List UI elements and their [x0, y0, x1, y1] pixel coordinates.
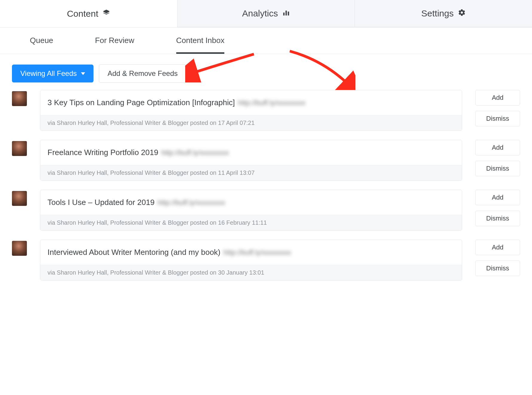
svg-rect-0: [283, 13, 284, 16]
tab-analytics-label: Analytics: [242, 8, 278, 19]
card-meta: via Sharon Hurley Hall, Professional Wri…: [40, 165, 462, 180]
avatar: [12, 141, 27, 156]
add-button[interactable]: Add: [475, 240, 520, 255]
bar-chart-icon: [282, 8, 290, 19]
card-link-blurred: http://buff.ly/xxxxxxxx: [238, 99, 305, 107]
card-link-blurred: http://buff.ly/xxxxxxxx: [223, 248, 291, 257]
tab-settings-label: Settings: [421, 8, 453, 19]
dismiss-button[interactable]: Dismiss: [475, 211, 520, 226]
dismiss-button[interactable]: Dismiss: [475, 261, 520, 276]
card-actions: Add Dismiss: [475, 140, 520, 176]
avatar: [12, 191, 27, 206]
tab-settings[interactable]: Settings: [355, 0, 532, 27]
feed-item: 3 Key Tips on Landing Page Optimization …: [12, 90, 520, 131]
add-button[interactable]: Add: [475, 140, 520, 155]
subtab-queue[interactable]: Queue: [30, 36, 53, 54]
card-meta: via Sharon Hurley Hall, Professional Wri…: [40, 215, 462, 230]
feed-item: Tools I Use – Updated for 2019 http://bu…: [12, 190, 520, 231]
viewing-all-feeds-button[interactable]: Viewing All Feeds: [12, 65, 93, 82]
feed-item: Interviewed About Writer Mentoring (and …: [12, 240, 520, 281]
dismiss-button[interactable]: Dismiss: [475, 111, 520, 126]
sub-nav: Queue For Review Content Inbox: [0, 27, 532, 54]
add-remove-feeds-button[interactable]: Add & Remove Feeds: [99, 64, 186, 83]
tab-analytics[interactable]: Analytics: [177, 0, 355, 27]
card-actions: Add Dismiss: [475, 90, 520, 126]
feed-item: Freelance Writing Portfolio 2019 http://…: [12, 140, 520, 181]
card-meta: via Sharon Hurley Hall, Professional Wri…: [40, 115, 462, 131]
card-meta: via Sharon Hurley Hall, Professional Wri…: [40, 265, 462, 280]
avatar: [12, 91, 27, 106]
card-title: Tools I Use – Updated for 2019: [47, 198, 154, 207]
top-nav: Content Analytics Settings: [0, 0, 532, 27]
card-link-blurred: http://buff.ly/xxxxxxxx: [157, 198, 225, 207]
controls-row: Viewing All Feeds Add & Remove Feeds: [0, 54, 532, 87]
feed-list: 3 Key Tips on Landing Page Optimization …: [0, 87, 532, 293]
card-title: Freelance Writing Portfolio 2019: [47, 148, 158, 157]
avatar: [12, 241, 27, 256]
content-card[interactable]: Interviewed About Writer Mentoring (and …: [40, 240, 462, 281]
gear-icon: [458, 8, 466, 19]
content-card[interactable]: 3 Key Tips on Landing Page Optimization …: [40, 90, 462, 131]
card-actions: Add Dismiss: [475, 190, 520, 226]
tab-content[interactable]: Content: [0, 0, 177, 27]
svg-rect-1: [285, 11, 286, 16]
annotation-arrow-right: [287, 48, 355, 90]
subtab-for-review[interactable]: For Review: [95, 36, 134, 54]
svg-rect-2: [288, 12, 289, 16]
dismiss-button[interactable]: Dismiss: [475, 161, 520, 176]
subtab-content-inbox[interactable]: Content Inbox: [176, 36, 225, 54]
content-card[interactable]: Tools I Use – Updated for 2019 http://bu…: [40, 190, 462, 231]
add-button[interactable]: Add: [475, 90, 520, 105]
card-actions: Add Dismiss: [475, 240, 520, 276]
card-title: 3 Key Tips on Landing Page Optimization …: [47, 98, 235, 107]
layers-icon: [102, 9, 110, 19]
add-button[interactable]: Add: [475, 190, 520, 205]
tab-content-label: Content: [67, 9, 98, 19]
annotation-arrow-left: [185, 50, 260, 82]
viewing-all-feeds-label: Viewing All Feeds: [20, 69, 77, 78]
chevron-down-icon: [81, 72, 85, 75]
card-title: Interviewed About Writer Mentoring (and …: [47, 248, 220, 257]
card-link-blurred: http://buff.ly/xxxxxxxx: [161, 148, 229, 157]
content-card[interactable]: Freelance Writing Portfolio 2019 http://…: [40, 140, 462, 181]
